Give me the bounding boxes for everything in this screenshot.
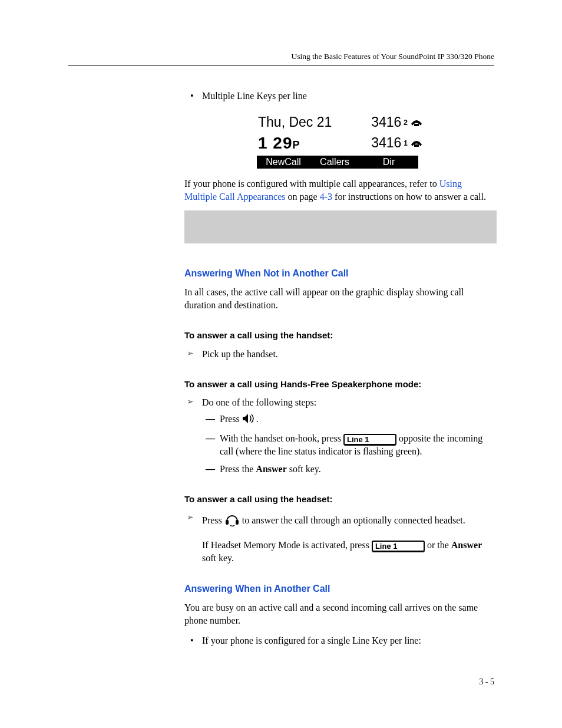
svg-rect-3	[236, 520, 239, 525]
softkey-newcall: NewCall	[257, 156, 310, 169]
lcd-time-suffix: P	[293, 139, 300, 151]
line1-key-icon: Line 1	[343, 434, 396, 445]
step-hf-press-answer: Press the Answer soft key.	[202, 463, 497, 476]
text: Press	[220, 414, 242, 424]
steps-handsfree: Do one of the following steps: Press . W…	[184, 396, 497, 476]
text: Press	[202, 515, 224, 525]
text: .	[256, 414, 259, 424]
heading-answer-headset: To answer a call using the headset:	[184, 493, 497, 506]
main-content: Multiple Line Keys per line Thu, Dec 21 …	[184, 90, 497, 647]
step-hf-intro: Do one of the following steps: Press . W…	[184, 396, 497, 476]
heading-answer-handset: To answer a call using the handset:	[184, 330, 497, 342]
speakerphone-icon	[242, 413, 256, 427]
para-not-in-call: In all cases, the active call will appea…	[184, 286, 497, 312]
note-placeholder-band	[184, 210, 497, 243]
svg-rect-0	[414, 124, 419, 126]
bullet-single-line-key: If your phone is configured for a single…	[184, 634, 497, 647]
lcd-screenshot: Thu, Dec 21 3416 2 1 29P 3416	[184, 113, 497, 169]
heading-answer-not-in-call: Answering When Not in Another Call	[184, 267, 497, 280]
header-rule	[68, 65, 494, 66]
para-headset-memory: If Headset Memory Mode is activated, pre…	[202, 539, 497, 565]
step-handset-pickup: Pick up the handset.	[184, 348, 497, 361]
bullet-list-in-call: If your phone is configured for a single…	[184, 634, 497, 647]
para-in-call: You are busy on an active call and a sec…	[184, 601, 497, 627]
steps-headset: Press to answer the call through an opti…	[184, 512, 497, 565]
phone-idle-icon	[410, 134, 423, 153]
text: or the	[427, 540, 451, 550]
text: soft key.	[287, 464, 321, 474]
lcd-ext-a: 3416	[371, 113, 401, 132]
step-headset-press: Press to answer the call through an opti…	[184, 512, 497, 565]
text: soft key.	[202, 553, 234, 563]
heading-answer-handsfree: To answer a call using Hands-Free Speake…	[184, 378, 497, 391]
lcd-ext-b-badge: 1	[404, 139, 408, 149]
step-hf-press-line1: With the handset on-hook, press Line 1 o…	[202, 432, 497, 458]
heading-answer-in-call: Answering When in Another Call	[184, 582, 497, 595]
link-page-4-3[interactable]: 4-3	[320, 192, 332, 202]
text: on page	[286, 192, 320, 202]
text: If Headset Memory Mode is activated, pre…	[202, 540, 372, 550]
step-hf-press-speaker: Press .	[202, 413, 497, 427]
bullet-list: Multiple Line Keys per line	[184, 90, 497, 103]
phone-idle-icon	[410, 113, 423, 132]
headset-icon	[224, 512, 240, 531]
steps-handset: Pick up the handset.	[184, 348, 497, 361]
lcd-ext-b: 3416	[371, 134, 401, 153]
bullet-multi-line-keys: Multiple Line Keys per line	[184, 90, 497, 103]
text: If your phone is configured with multipl…	[184, 179, 439, 189]
page-number: 3 - 5	[479, 677, 494, 687]
line1-key-icon: Line 1	[372, 541, 425, 552]
answer-softkey-ref: Answer	[451, 540, 482, 550]
answer-softkey-ref: Answer	[256, 464, 286, 474]
lcd-date: Thu, Dec 21	[258, 113, 332, 132]
svg-rect-1	[414, 144, 419, 147]
para-multi-appearances: If your phone is configured with multipl…	[184, 177, 497, 203]
softkey-dir: Dir	[361, 156, 418, 169]
text: Do one of the following steps:	[202, 397, 316, 407]
text: for instructions on how to answer a call…	[332, 192, 486, 202]
text: Press the	[220, 464, 256, 474]
running-header: Using the Basic Features of Your SoundPo…	[68, 52, 494, 61]
lcd-ext-a-badge: 2	[404, 118, 408, 128]
lcd-time-main: 1 29	[258, 134, 293, 152]
softkey-callers: Callers	[310, 156, 361, 169]
text: With the handset on-hook, press	[220, 433, 343, 443]
text: to answer the call through an optionally…	[242, 515, 465, 525]
svg-rect-2	[226, 520, 229, 525]
